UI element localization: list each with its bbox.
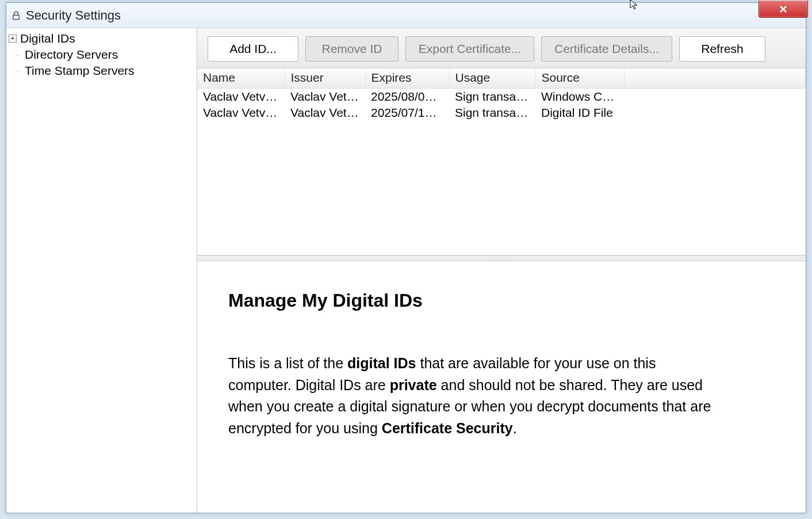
- security-settings-window: Security Settings + Digital IDs · Direct…: [6, 2, 806, 513]
- expand-icon[interactable]: +: [9, 35, 17, 43]
- cell-usage: Sign transact...: [449, 105, 535, 121]
- tree-item-label: Directory Servers: [25, 48, 118, 62]
- cell-expires: 2025/07/17 ...: [365, 105, 449, 121]
- title-bar[interactable]: Security Settings: [6, 3, 806, 28]
- cell-usage: Sign transact...: [449, 89, 535, 105]
- svg-rect-0: [13, 15, 20, 20]
- info-heading: Manage My Digital IDs: [228, 290, 775, 311]
- tree-item-directory-servers[interactable]: · Directory Servers: [6, 47, 197, 63]
- table-row[interactable]: Vaclav Vetvic... Vaclav Vetvi... 2025/07…: [197, 105, 806, 121]
- horizontal-splitter[interactable]: · · · · · · ·: [197, 255, 806, 261]
- tree-item-time-stamp-servers[interactable]: · Time Stamp Servers: [6, 63, 197, 79]
- col-header-source[interactable]: Source: [535, 68, 624, 89]
- table-header-row: Name Issuer Expires Usage Source: [197, 68, 806, 89]
- main-panel: Add ID... Remove ID Export Certificate..…: [197, 28, 806, 513]
- sidebar-tree: + Digital IDs · Directory Servers · Time…: [6, 28, 197, 513]
- tree-item-digital-ids[interactable]: + Digital IDs: [6, 30, 197, 47]
- window-title: Security Settings: [26, 8, 121, 23]
- cell-expires: 2025/08/05 ...: [365, 89, 449, 105]
- tree-item-label: Time Stamp Servers: [25, 64, 135, 78]
- add-id-button[interactable]: Add ID...: [208, 36, 298, 62]
- table-row[interactable]: Vaclav Vetvic... Vaclav Vetvi... 2025/08…: [197, 89, 806, 105]
- lock-icon: [11, 10, 21, 21]
- col-header-spacer: [624, 68, 806, 89]
- col-header-expires[interactable]: Expires: [365, 68, 449, 89]
- info-pane[interactable]: Manage My Digital IDs This is a list of …: [197, 261, 806, 513]
- cell-name: Vaclav Vetvic...: [197, 89, 285, 105]
- refresh-button[interactable]: Refresh: [679, 36, 765, 62]
- tree-branch-icon: ·: [17, 50, 24, 59]
- col-header-issuer[interactable]: Issuer: [285, 68, 365, 89]
- tree-item-label: Digital IDs: [20, 32, 75, 45]
- cell-source: Windows Ce...: [535, 89, 624, 105]
- cell-issuer: Vaclav Vetvi...: [285, 105, 365, 121]
- col-header-name[interactable]: Name: [197, 68, 285, 89]
- toolbar: Add ID... Remove ID Export Certificate..…: [197, 28, 806, 68]
- tree-branch-icon: ·: [17, 66, 24, 75]
- export-certificate-button[interactable]: Export Certificate...: [405, 36, 534, 62]
- info-paragraph: This is a list of the digital IDs that a…: [228, 353, 723, 439]
- cell-name: Vaclav Vetvic...: [197, 105, 285, 121]
- remove-id-button[interactable]: Remove ID: [305, 36, 399, 62]
- cell-issuer: Vaclav Vetvi...: [285, 89, 365, 105]
- close-button[interactable]: [759, 1, 808, 18]
- certificate-details-button[interactable]: Certificate Details...: [541, 36, 672, 62]
- col-header-usage[interactable]: Usage: [449, 68, 535, 89]
- digital-id-table: Name Issuer Expires Usage Source Vaclav …: [197, 68, 806, 255]
- cell-source: Digital ID File: [535, 105, 624, 121]
